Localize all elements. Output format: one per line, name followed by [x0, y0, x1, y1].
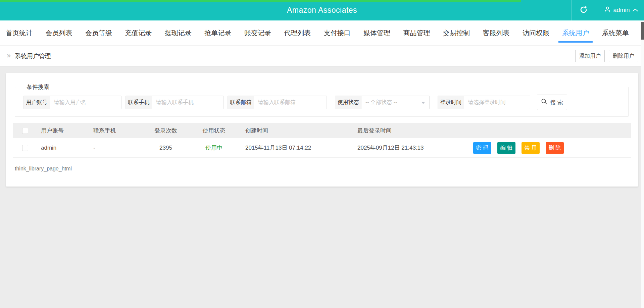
- user-menu[interactable]: admin: [599, 0, 643, 20]
- page: Amazon Associates admin: [0, 0, 644, 308]
- user-icon: [604, 6, 611, 14]
- header-divider: [572, 0, 572, 20]
- delete-user-button[interactable]: 删除用户: [609, 50, 638, 62]
- add-user-button[interactable]: 添加用户: [575, 50, 605, 62]
- tab-member-level[interactable]: 会员等级: [85, 20, 112, 46]
- account-field-label: 用户账号: [24, 96, 50, 109]
- content-card: 条件搜索 用户账号 联系手机 联系邮箱 使用状态 -- 全部状态 --: [6, 73, 638, 187]
- header-divider: [596, 0, 596, 20]
- breadcrumb-bar: » 系统用户管理 添加用户 删除用户: [0, 46, 644, 66]
- page-title: 系统用户管理: [15, 46, 51, 66]
- col-header-last-login: 最后登录时间: [351, 127, 466, 135]
- email-field-label: 联系邮箱: [228, 96, 254, 109]
- tab-product-management[interactable]: 商品管理: [403, 20, 430, 46]
- tab-order-grab-records[interactable]: 抢单记录: [204, 20, 231, 46]
- account-input[interactable]: [50, 96, 121, 109]
- status-field-group: 使用状态 -- 全部状态 --: [335, 96, 430, 109]
- scrollbar-thumb[interactable]: [641, 22, 644, 40]
- search-form: 用户账号 联系手机 联系邮箱 使用状态 -- 全部状态 -- 登录时间: [23, 96, 534, 109]
- tab-media-management[interactable]: 媒体管理: [363, 20, 390, 46]
- cell-account: admin: [37, 145, 90, 151]
- breadcrumb-arrows-icon: »: [7, 46, 11, 66]
- loading-progress-bar: [0, 0, 521, 2]
- col-header-account: 用户账号: [37, 127, 90, 135]
- col-header-status: 使用状态: [188, 127, 240, 135]
- cell-phone: -: [90, 145, 144, 151]
- tab-recharge-records[interactable]: 充值记录: [125, 20, 152, 46]
- search-button-label: 搜 索: [550, 99, 563, 106]
- email-field-group: 联系邮箱: [228, 96, 327, 109]
- tab-member-list[interactable]: 会员列表: [45, 20, 72, 46]
- tab-trade-control[interactable]: 交易控制: [443, 20, 470, 46]
- table-header-row: 用户账号 联系手机 登录次数 使用状态 创建时间 最后登录时间: [13, 123, 631, 138]
- phone-field-label: 联系手机: [126, 96, 152, 109]
- tab-payment-api[interactable]: 支付接口: [324, 20, 351, 46]
- tab-balance-change-records[interactable]: 账变记录: [244, 20, 271, 46]
- app-header: Amazon Associates admin: [0, 0, 644, 20]
- tab-system-menu[interactable]: 系统菜单: [602, 20, 629, 46]
- status-select[interactable]: -- 全部状态 --: [361, 96, 429, 109]
- password-button[interactable]: 密 码: [473, 142, 491, 154]
- tab-customer-service-list[interactable]: 客服列表: [483, 20, 509, 46]
- main-nav: 首页统计 会员列表 会员等级 充值记录 提现记录 抢单记录 账变记录 代理列表 …: [0, 20, 644, 46]
- tab-agent-list[interactable]: 代理列表: [284, 20, 311, 46]
- email-input[interactable]: [254, 96, 327, 109]
- table-row: admin - 2395 使用中 2015年11月13日 07:14:22 20…: [13, 138, 631, 158]
- refresh-icon: [579, 5, 588, 15]
- col-header-phone: 联系手机: [90, 127, 144, 135]
- tab-system-users[interactable]: 系统用户: [562, 20, 589, 46]
- refresh-button[interactable]: [575, 0, 593, 20]
- tab-withdraw-records[interactable]: 提现记录: [165, 20, 192, 46]
- account-field-group: 用户账号: [23, 96, 121, 109]
- user-name: admin: [613, 7, 630, 14]
- phone-field-group: 联系手机: [126, 96, 224, 109]
- phone-input[interactable]: [152, 96, 223, 109]
- chevron-up-icon: [632, 7, 638, 14]
- cell-last-login: 2025年09月12日 21:43:13: [351, 144, 466, 152]
- tab-access-permission[interactable]: 访问权限: [523, 20, 549, 46]
- row-checkbox[interactable]: [22, 145, 28, 151]
- search-button[interactable]: 搜 索: [537, 95, 567, 110]
- chevron-down-icon: [421, 102, 425, 104]
- edit-button[interactable]: 编 辑: [497, 142, 515, 154]
- search-legend: 条件搜索: [23, 83, 53, 91]
- select-all-checkbox[interactable]: [22, 128, 28, 134]
- disable-button[interactable]: 禁 用: [522, 142, 540, 154]
- login-time-field-group: 登录时间: [438, 96, 530, 109]
- cell-created: 2015年11月13日 07:14:22: [240, 144, 351, 152]
- login-time-field-label: 登录时间: [438, 96, 464, 109]
- app-title: Amazon Associates: [0, 0, 644, 20]
- status-select-value: -- 全部状态 --: [365, 99, 397, 105]
- status-field-label: 使用状态: [335, 96, 361, 109]
- vertical-scrollbar[interactable]: [641, 20, 644, 308]
- delete-button[interactable]: 删 除: [546, 142, 564, 154]
- search-icon: [541, 98, 547, 106]
- login-time-input[interactable]: [464, 96, 530, 109]
- col-header-login-count: 登录次数: [144, 127, 188, 135]
- status-badge: 使用中: [188, 144, 240, 152]
- col-header-created: 创建时间: [240, 127, 351, 135]
- cell-login-count: 2395: [144, 145, 188, 151]
- page-footer-note: think_library_page_html: [15, 166, 72, 172]
- tab-home-stats[interactable]: 首页统计: [6, 20, 33, 46]
